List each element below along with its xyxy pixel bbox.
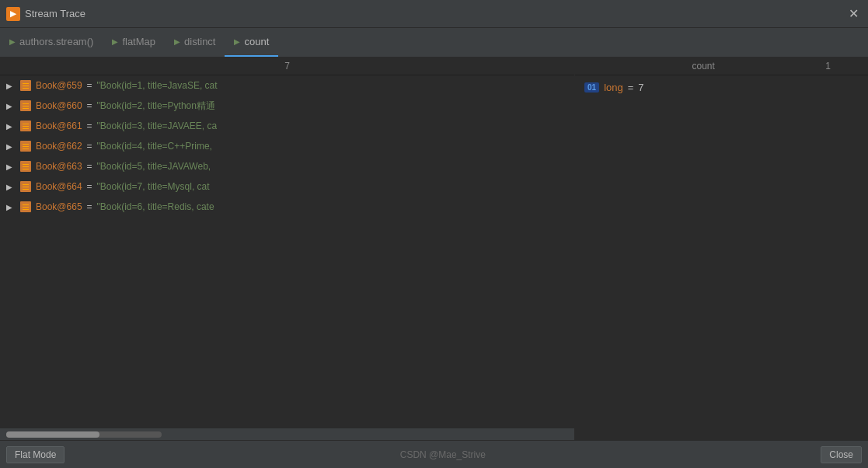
item-value: "Book(id=7, title=Mysql, cat bbox=[97, 181, 210, 192]
result-key: long bbox=[604, 82, 623, 93]
app-icon: ▶ bbox=[6, 7, 20, 21]
item-value: "Book(id=4, title=C++Prime, bbox=[97, 141, 212, 152]
tab-count[interactable]: ▶ count bbox=[225, 28, 278, 57]
list-item[interactable]: ▶ Book@661 = "Book(id=3, title=JAVAEE, c… bbox=[0, 116, 574, 136]
right-content: 01 long = 7 bbox=[575, 75, 868, 440]
right-panel: count 1 01 long = 7 bbox=[575, 58, 868, 440]
expand-arrow-icon: ▶ bbox=[6, 203, 16, 211]
item-equals: = bbox=[87, 141, 92, 152]
item-value: "Book(id=5, title=JAVAWeb, bbox=[97, 161, 211, 172]
result-item: 01 long = 7 bbox=[584, 82, 859, 93]
list-item[interactable]: ▶ Book@665 = "Book(id=6, title=Redis, ca… bbox=[0, 197, 574, 217]
item-value: "Book(id=3, title=JAVAEE, ca bbox=[97, 120, 218, 131]
list-item[interactable]: ▶ Book@664 = "Book(id=7, title=Mysql, ca… bbox=[0, 176, 574, 197]
expand-arrow-icon: ▶ bbox=[6, 183, 16, 191]
item-value: "Book(id=1, title=JavaSE, cat bbox=[97, 80, 218, 91]
row-type-icon bbox=[20, 100, 31, 111]
list-item[interactable]: ▶ Book@659 = "Book(id=1, title=JavaSE, c… bbox=[0, 75, 574, 96]
tab-flatmap[interactable]: ▶ flatMap bbox=[103, 28, 165, 57]
flat-mode-button[interactable]: Flat Mode bbox=[6, 446, 64, 463]
right-panel-header: count 1 bbox=[575, 58, 868, 75]
tab-label: distinct bbox=[184, 36, 215, 47]
right-panel-count: 1 bbox=[825, 61, 831, 72]
footer: Flat Mode CSDN @Mae_Strive Close bbox=[0, 440, 868, 468]
row-type-icon bbox=[20, 120, 31, 131]
tab-label: flatMap bbox=[122, 36, 155, 47]
tab-label: count bbox=[244, 36, 269, 47]
item-equals: = bbox=[87, 181, 92, 192]
row-type-icon bbox=[20, 141, 31, 152]
list-item[interactable]: ▶ Book@663 = "Book(id=5, title=JAVAWeb, bbox=[0, 156, 574, 176]
tab-arrow-icon: ▶ bbox=[174, 37, 180, 46]
left-panel: 7 ▶ Book@659 = "Book(id=1, title=JavaSE,… bbox=[0, 58, 575, 440]
expand-arrow-icon: ▶ bbox=[6, 122, 16, 131]
tab-arrow-icon: ▶ bbox=[234, 37, 240, 46]
item-equals: = bbox=[87, 100, 92, 111]
horizontal-scrollbar[interactable] bbox=[0, 428, 574, 440]
result-value: 7 bbox=[638, 82, 643, 93]
right-panel-title: count bbox=[692, 61, 714, 72]
watermark: CSDN @Mae_Strive bbox=[400, 449, 486, 460]
item-key: Book@659 bbox=[36, 80, 82, 91]
item-equals: = bbox=[87, 201, 92, 212]
window-close-button[interactable]: ✕ bbox=[845, 6, 862, 21]
title-bar: ▶ Stream Trace ✕ bbox=[0, 0, 868, 28]
type-badge: 01 bbox=[584, 82, 599, 93]
row-type-icon bbox=[20, 201, 31, 212]
tab-arrow-icon: ▶ bbox=[112, 37, 118, 46]
item-key: Book@661 bbox=[36, 120, 82, 131]
row-type-icon bbox=[20, 80, 31, 91]
list-area[interactable]: ▶ Book@659 = "Book(id=1, title=JavaSE, c… bbox=[0, 75, 574, 428]
item-key: Book@662 bbox=[36, 141, 82, 152]
list-item[interactable]: ▶ Book@660 = "Book(id=2, title=Python精通 bbox=[0, 96, 574, 116]
main-content: 7 ▶ Book@659 = "Book(id=1, title=JavaSE,… bbox=[0, 58, 868, 440]
left-panel-header: 7 bbox=[0, 58, 574, 75]
item-equals: = bbox=[87, 120, 92, 131]
row-type-icon bbox=[20, 181, 31, 192]
tab-bar: ▶ authors.stream() ▶ flatMap ▶ distinct … bbox=[0, 28, 868, 58]
item-key: Book@665 bbox=[36, 201, 82, 212]
expand-arrow-icon: ▶ bbox=[6, 162, 16, 171]
expand-arrow-icon: ▶ bbox=[6, 102, 16, 110]
list-item[interactable]: ▶ Book@662 = "Book(id=4, title=C++Prime, bbox=[0, 136, 574, 156]
app-title: Stream Trace bbox=[25, 8, 85, 19]
close-bottom-button[interactable]: Close bbox=[821, 446, 862, 463]
tab-label: authors.stream() bbox=[19, 36, 93, 47]
title-bar-left: ▶ Stream Trace bbox=[6, 7, 85, 21]
tab-arrow-icon: ▶ bbox=[9, 37, 16, 46]
expand-arrow-icon: ▶ bbox=[6, 142, 16, 151]
item-value: "Book(id=2, title=Python精通 bbox=[97, 100, 215, 113]
expand-arrow-icon: ▶ bbox=[6, 82, 16, 90]
row-type-icon bbox=[20, 161, 31, 172]
result-equals: = bbox=[628, 82, 634, 93]
item-key: Book@660 bbox=[36, 100, 82, 111]
tab-distinct[interactable]: ▶ distinct bbox=[165, 28, 225, 57]
item-equals: = bbox=[87, 161, 92, 172]
tab-authors-stream[interactable]: ▶ authors.stream() bbox=[0, 28, 103, 57]
scrollbar-thumb[interactable] bbox=[6, 431, 99, 438]
scrollbar-track[interactable] bbox=[6, 431, 162, 438]
item-value: "Book(id=6, title=Redis, cate bbox=[97, 201, 214, 212]
item-key: Book@664 bbox=[36, 181, 82, 192]
item-key: Book@663 bbox=[36, 161, 82, 172]
item-equals: = bbox=[87, 80, 92, 91]
